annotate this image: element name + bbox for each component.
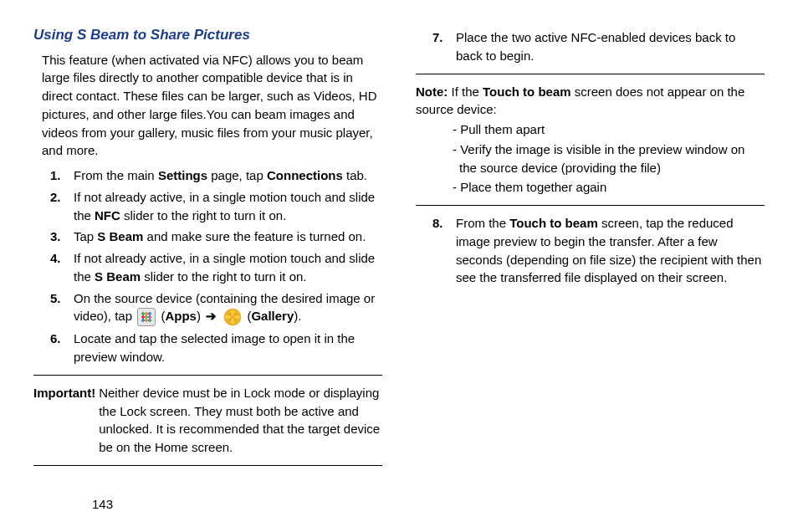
divider xyxy=(416,205,765,206)
step-body: Tap S Beam and make sure the feature is … xyxy=(74,228,382,246)
apps-icon xyxy=(137,308,156,326)
step-number: 7. xyxy=(432,28,456,65)
step-number: 8. xyxy=(432,214,456,287)
step-number: 6. xyxy=(50,330,74,366)
note-label: Note: xyxy=(416,84,452,99)
left-column: Using S Beam to Share Pictures This feat… xyxy=(33,25,382,474)
step-body: Place the two active NFC-enabled devices… xyxy=(456,28,765,65)
important-label: Important! xyxy=(33,384,95,457)
step-body: Locate and tap the selected image to ope… xyxy=(74,330,382,366)
step-1: 1. From the main Settings page, tap Conn… xyxy=(50,166,382,185)
step-4: 4. If not already active, in a single mo… xyxy=(50,249,382,286)
step-number: 2. xyxy=(50,188,74,225)
step-number: 4. xyxy=(50,249,74,286)
step-number: 1. xyxy=(50,166,74,185)
step-6: 6. Locate and tap the selected image to … xyxy=(50,330,382,366)
step-2: 2. If not already active, in a single mo… xyxy=(50,188,382,225)
note-subitem: - Verify the image is visible in the pre… xyxy=(451,141,765,177)
step-8: 8. From the Touch to beam screen, tap th… xyxy=(432,214,765,287)
step-5: 5. On the source device (containing the … xyxy=(50,289,382,327)
divider xyxy=(33,465,382,466)
section-heading: Using S Beam to Share Pictures xyxy=(33,25,382,46)
step-number: 3. xyxy=(50,228,74,246)
right-column: 7. Place the two active NFC-enabled devi… xyxy=(416,25,765,474)
intro-paragraph: This feature (when activated via NFC) al… xyxy=(42,51,382,161)
note-subitem: - Place them together again xyxy=(451,178,765,197)
important-block: Important! Neither device must be in Loc… xyxy=(33,384,382,457)
page-number: 143 xyxy=(92,495,113,514)
step-body: If not already active, in a single motio… xyxy=(74,188,382,225)
step-7: 7. Place the two active NFC-enabled devi… xyxy=(432,28,765,65)
divider xyxy=(416,74,765,74)
note-subitem: - Pull them apart xyxy=(451,120,765,139)
step-number: 5. xyxy=(50,289,74,327)
gallery-icon xyxy=(223,308,242,326)
step-body: If not already active, in a single motio… xyxy=(74,249,382,286)
step-body: On the source device (containing the des… xyxy=(74,289,382,327)
step-body: From the main Settings page, tap Connect… xyxy=(74,166,382,185)
note-block: Note: If the Touch to beam screen does n… xyxy=(416,83,765,197)
step-3: 3. Tap S Beam and make sure the feature … xyxy=(50,228,382,246)
page-columns: Using S Beam to Share Pictures This feat… xyxy=(33,25,765,474)
step-body: From the Touch to beam screen, tap the r… xyxy=(456,214,765,287)
note-sublist: - Pull them apart - Verify the image is … xyxy=(451,120,765,197)
arrow-icon: ➔ xyxy=(206,309,217,323)
important-body: Neither device must be in Lock mode or d… xyxy=(99,384,382,457)
divider xyxy=(33,375,382,376)
